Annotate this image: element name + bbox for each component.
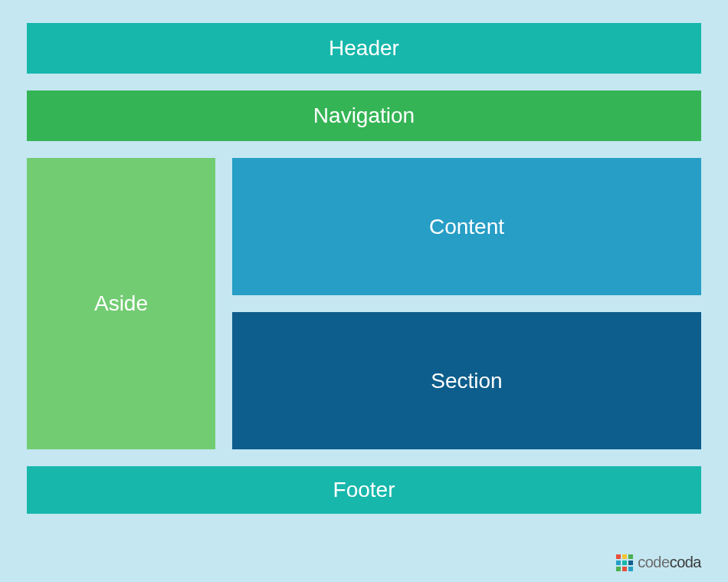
aside-region: Aside [27, 158, 215, 449]
layout-diagram: Header Navigation Aside Content Section … [27, 23, 701, 514]
footer-label: Footer [333, 478, 395, 502]
right-column: Content Section [232, 158, 701, 449]
brand-logo: codecoda [616, 554, 701, 571]
brand-name-part2: coda [670, 554, 701, 570]
aside-label: Aside [94, 291, 148, 316]
section-region: Section [232, 312, 701, 449]
section-label: Section [431, 369, 502, 393]
content-region: Content [232, 158, 701, 295]
brand-name-part1: code [638, 554, 669, 570]
content-label: Content [429, 215, 504, 239]
middle-row: Aside Content Section [27, 158, 701, 449]
brand-name: codecoda [638, 554, 701, 571]
navigation-region: Navigation [27, 90, 701, 141]
header-label: Header [329, 36, 399, 61]
navigation-label: Navigation [313, 104, 415, 128]
header-region: Header [27, 23, 701, 74]
footer-region: Footer [27, 466, 701, 514]
logo-icon [616, 554, 633, 571]
